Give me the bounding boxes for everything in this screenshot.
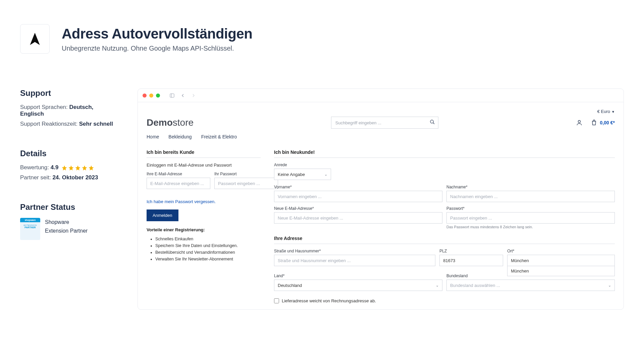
star-icon: [75, 165, 81, 171]
svg-rect-0: [170, 94, 174, 97]
login-pass-label: Ihr Passwort: [214, 172, 278, 176]
register-heading: Ich bin Neukunde!: [274, 149, 615, 158]
browser-titlebar: [138, 89, 624, 102]
sidebar: Support Support Sprachen: Deutsch, Engli…: [20, 88, 117, 310]
plz-input[interactable]: [439, 255, 503, 266]
window-close-icon[interactable]: [143, 94, 147, 98]
chevron-down-icon: ⌄: [324, 172, 327, 177]
pass-hint: Das Passwort muss mindestens 8 Zeichen l…: [446, 225, 615, 229]
badge-top: shopware: [20, 218, 40, 222]
window-maximize-icon[interactable]: [156, 94, 160, 98]
diff-shipping-label: Lieferadresse weicht von Rechnungsadress…: [282, 298, 376, 303]
details-heading: Details: [20, 149, 117, 158]
sidebar-toggle-icon[interactable]: [169, 93, 175, 98]
nav-leisure[interactable]: Freizeit & Elektro: [201, 134, 237, 139]
country-label: Land*: [274, 274, 442, 278]
star-icon: [88, 165, 94, 171]
details-section: Details Bewertung: 4.9: [20, 149, 117, 181]
cart-icon: [591, 119, 597, 126]
chevron-down-icon: ⌄: [608, 283, 611, 288]
firstname-label: Vorname*: [274, 185, 442, 189]
login-submit-button[interactable]: Anmelden: [147, 209, 178, 221]
window-minimize-icon[interactable]: [149, 94, 153, 98]
partner-badge: shopware EXTENSION PARTNER: [20, 218, 40, 240]
store-logo[interactable]: Demostore: [147, 117, 194, 128]
autocomplete-suggestion[interactable]: München: [507, 266, 615, 276]
salutation-select[interactable]: Keine Angabe ⌄: [274, 169, 331, 180]
benefits-list: Schnelles Einkaufen Speichern Sie Ihre D…: [147, 236, 261, 262]
support-section: Support Support Sprachen: Deutsch, Engli…: [20, 88, 117, 127]
page-subtitle: Unbegrenzte Nutzung. Ohne Google Maps AP…: [62, 45, 252, 52]
account-icon[interactable]: [576, 119, 583, 126]
country-select[interactable]: Deutschland ⌄: [274, 280, 442, 291]
partner-line1: Shopware: [45, 218, 88, 227]
svg-line-3: [433, 123, 434, 124]
partner-since-label: Partner seit:: [20, 174, 51, 181]
salutation-label: Anrede: [274, 163, 331, 167]
main-nav: Home Bekleidung Freizeit & Elektro: [147, 134, 615, 139]
nav-back-icon[interactable]: [180, 93, 185, 98]
partner-line2: Extension Partner: [45, 227, 88, 235]
svg-point-4: [578, 120, 580, 123]
badge-mid: EXTENSION: [20, 222, 40, 226]
page-title: Adress Autovervollständigen: [62, 26, 252, 42]
navigation-arrow-icon: [28, 32, 42, 46]
currency-selector[interactable]: € Euro▼: [597, 109, 615, 114]
benefit-item: Speichern Sie Ihre Daten und Einstellung…: [155, 242, 261, 249]
reg-email-input[interactable]: [274, 212, 442, 224]
street-label: Straße und Hausnummer*: [274, 249, 435, 253]
login-email-label: Ihre E-Mail-Adresse: [147, 172, 210, 176]
rating-label: Bewertung:: [20, 164, 49, 171]
cart-total: 0,00 €*: [600, 120, 615, 125]
benefit-item: Bestellübersicht und Versandinformatione…: [155, 249, 261, 256]
street-input[interactable]: [274, 255, 435, 266]
partner-since-value: 24. Oktober 2023: [52, 174, 98, 181]
address-heading: Ihre Adresse: [274, 236, 615, 244]
ort-input[interactable]: [507, 255, 615, 266]
lastname-input[interactable]: [446, 191, 615, 202]
firstname-input[interactable]: [274, 191, 442, 202]
reg-email-label: Neue E-Mail-Adresse*: [274, 206, 442, 211]
state-select[interactable]: Bundesland auswählen ... ⌄: [446, 280, 615, 291]
reg-pass-input[interactable]: [446, 212, 615, 224]
benefit-item: Verwalten Sie Ihr Newsletter-Abonnement: [155, 256, 261, 262]
star-icon: [82, 165, 88, 171]
app-icon: [20, 24, 50, 54]
chevron-down-icon: ⌄: [436, 283, 439, 288]
ort-label: Ort*: [507, 249, 615, 253]
benefits-heading: Vorteile einer Registrierung:: [147, 227, 261, 232]
support-react-label: Support Reaktionszeit:: [20, 121, 77, 127]
login-subtext: Einloggen mit E-Mail-Adresse und Passwor…: [147, 163, 261, 168]
cart-button[interactable]: 0,00 €*: [591, 119, 615, 126]
support-heading: Support: [20, 88, 117, 98]
login-heading: Ich bin bereits Kunde: [147, 149, 261, 158]
benefit-item: Schnelles Einkaufen: [155, 236, 261, 242]
partner-status-heading: Partner Status: [20, 202, 117, 212]
plz-label: PLZ: [439, 249, 503, 253]
page-header: Adress Autovervollständigen Unbegrenzte …: [20, 24, 624, 54]
lastname-label: Nachname*: [446, 185, 615, 189]
star-icon: [61, 165, 67, 171]
search-input[interactable]: [331, 117, 438, 129]
search-icon[interactable]: [430, 119, 435, 126]
browser-window: € Euro▼ Demostore: [138, 88, 624, 310]
diff-shipping-checkbox[interactable]: [274, 298, 279, 303]
star-icon: [68, 165, 74, 171]
support-react-value: Sehr schnell: [79, 121, 113, 127]
badge-bot: PARTNER: [20, 226, 40, 229]
reg-pass-label: Passwort*: [446, 206, 615, 211]
nav-forward-icon[interactable]: [191, 93, 196, 98]
partner-status-section: Partner Status shopware EXTENSION PARTNE…: [20, 202, 117, 240]
rating-stars: [61, 165, 94, 171]
login-pass-input[interactable]: [214, 178, 278, 189]
rating-value: 4.9: [51, 164, 59, 171]
svg-point-2: [430, 120, 433, 123]
support-lang-label: Support Sprachen:: [20, 104, 68, 110]
nav-clothing[interactable]: Bekleidung: [168, 134, 192, 139]
forgot-password-link[interactable]: Ich habe mein Passwort vergessen.: [147, 199, 216, 204]
login-email-input[interactable]: [147, 178, 210, 189]
nav-home[interactable]: Home: [147, 134, 159, 139]
